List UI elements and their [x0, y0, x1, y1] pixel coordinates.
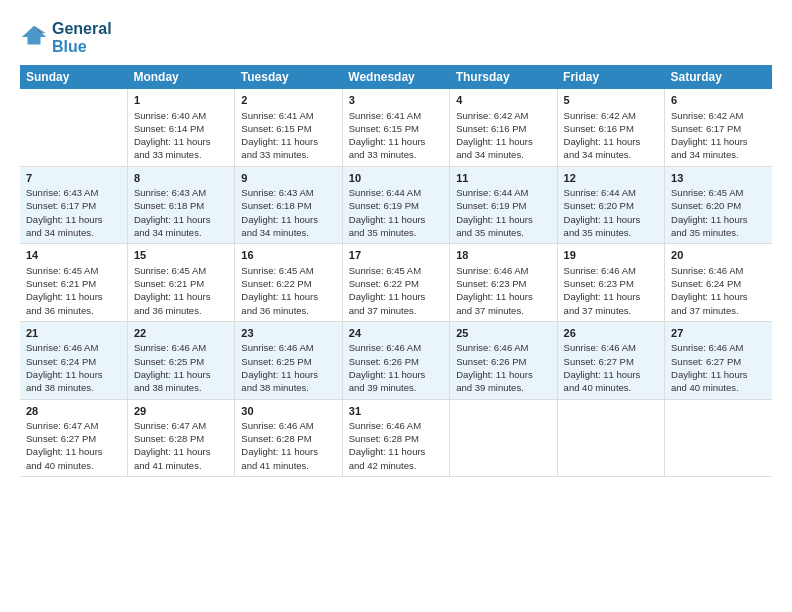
sunrise-info: Sunrise: 6:46 AM — [456, 342, 528, 353]
calendar-cell: 11 Sunrise: 6:44 AM Sunset: 6:19 PM Dayl… — [450, 166, 557, 244]
calendar-cell: 21 Sunrise: 6:46 AM Sunset: 6:24 PM Dayl… — [20, 321, 127, 399]
daylight-info: Daylight: 11 hours and 39 minutes. — [456, 369, 533, 393]
calendar-cell — [557, 399, 664, 477]
sunset-info: Sunset: 6:27 PM — [564, 356, 634, 367]
sunrise-info: Sunrise: 6:41 AM — [241, 110, 313, 121]
calendar-week-3: 14 Sunrise: 6:45 AM Sunset: 6:21 PM Dayl… — [20, 244, 772, 322]
sunrise-info: Sunrise: 6:46 AM — [564, 265, 636, 276]
calendar-week-4: 21 Sunrise: 6:46 AM Sunset: 6:24 PM Dayl… — [20, 321, 772, 399]
daylight-info: Daylight: 11 hours and 42 minutes. — [349, 446, 426, 470]
sunrise-info: Sunrise: 6:42 AM — [671, 110, 743, 121]
col-header-tuesday: Tuesday — [235, 65, 342, 89]
day-number: 9 — [241, 171, 335, 186]
calendar-cell: 31 Sunrise: 6:46 AM Sunset: 6:28 PM Dayl… — [342, 399, 449, 477]
daylight-info: Daylight: 11 hours and 34 minutes. — [671, 136, 748, 160]
calendar-cell — [20, 89, 127, 166]
daylight-info: Daylight: 11 hours and 38 minutes. — [241, 369, 318, 393]
calendar-cell: 28 Sunrise: 6:47 AM Sunset: 6:27 PM Dayl… — [20, 399, 127, 477]
sunset-info: Sunset: 6:21 PM — [134, 278, 204, 289]
sunset-info: Sunset: 6:19 PM — [349, 200, 419, 211]
calendar-cell: 20 Sunrise: 6:46 AM Sunset: 6:24 PM Dayl… — [665, 244, 772, 322]
day-number: 22 — [134, 326, 228, 341]
day-number: 13 — [671, 171, 766, 186]
calendar-cell: 15 Sunrise: 6:45 AM Sunset: 6:21 PM Dayl… — [127, 244, 234, 322]
logo-text-line2: Blue — [52, 38, 112, 56]
calendar-cell: 25 Sunrise: 6:46 AM Sunset: 6:26 PM Dayl… — [450, 321, 557, 399]
calendar-cell: 14 Sunrise: 6:45 AM Sunset: 6:21 PM Dayl… — [20, 244, 127, 322]
calendar-cell: 23 Sunrise: 6:46 AM Sunset: 6:25 PM Dayl… — [235, 321, 342, 399]
day-number: 2 — [241, 93, 335, 108]
calendar-cell: 18 Sunrise: 6:46 AM Sunset: 6:23 PM Dayl… — [450, 244, 557, 322]
sunset-info: Sunset: 6:16 PM — [564, 123, 634, 134]
sunset-info: Sunset: 6:24 PM — [26, 356, 96, 367]
sunset-info: Sunset: 6:15 PM — [349, 123, 419, 134]
calendar-week-2: 7 Sunrise: 6:43 AM Sunset: 6:17 PM Dayli… — [20, 166, 772, 244]
day-number: 12 — [564, 171, 658, 186]
sunset-info: Sunset: 6:24 PM — [671, 278, 741, 289]
col-header-monday: Monday — [127, 65, 234, 89]
calendar-cell: 4 Sunrise: 6:42 AM Sunset: 6:16 PM Dayli… — [450, 89, 557, 166]
sunrise-info: Sunrise: 6:42 AM — [564, 110, 636, 121]
daylight-info: Daylight: 11 hours and 41 minutes. — [241, 446, 318, 470]
sunset-info: Sunset: 6:27 PM — [671, 356, 741, 367]
daylight-info: Daylight: 11 hours and 34 minutes. — [456, 136, 533, 160]
calendar-cell: 5 Sunrise: 6:42 AM Sunset: 6:16 PM Dayli… — [557, 89, 664, 166]
sunrise-info: Sunrise: 6:44 AM — [456, 187, 528, 198]
calendar-cell: 27 Sunrise: 6:46 AM Sunset: 6:27 PM Dayl… — [665, 321, 772, 399]
daylight-info: Daylight: 11 hours and 34 minutes. — [241, 214, 318, 238]
day-number: 11 — [456, 171, 550, 186]
sunset-info: Sunset: 6:16 PM — [456, 123, 526, 134]
calendar-cell: 7 Sunrise: 6:43 AM Sunset: 6:17 PM Dayli… — [20, 166, 127, 244]
sunset-info: Sunset: 6:20 PM — [564, 200, 634, 211]
daylight-info: Daylight: 11 hours and 40 minutes. — [26, 446, 103, 470]
calendar-cell — [450, 399, 557, 477]
col-header-saturday: Saturday — [665, 65, 772, 89]
sunset-info: Sunset: 6:26 PM — [349, 356, 419, 367]
sunrise-info: Sunrise: 6:43 AM — [134, 187, 206, 198]
sunrise-info: Sunrise: 6:45 AM — [134, 265, 206, 276]
day-number: 17 — [349, 248, 443, 263]
day-number: 8 — [134, 171, 228, 186]
sunset-info: Sunset: 6:23 PM — [456, 278, 526, 289]
sunrise-info: Sunrise: 6:44 AM — [564, 187, 636, 198]
sunrise-info: Sunrise: 6:43 AM — [241, 187, 313, 198]
col-header-friday: Friday — [557, 65, 664, 89]
calendar-week-5: 28 Sunrise: 6:47 AM Sunset: 6:27 PM Dayl… — [20, 399, 772, 477]
daylight-info: Daylight: 11 hours and 35 minutes. — [671, 214, 748, 238]
daylight-info: Daylight: 11 hours and 35 minutes. — [564, 214, 641, 238]
day-number: 16 — [241, 248, 335, 263]
sunrise-info: Sunrise: 6:46 AM — [349, 342, 421, 353]
calendar-cell: 16 Sunrise: 6:45 AM Sunset: 6:22 PM Dayl… — [235, 244, 342, 322]
daylight-info: Daylight: 11 hours and 37 minutes. — [671, 291, 748, 315]
calendar-cell — [665, 399, 772, 477]
daylight-info: Daylight: 11 hours and 37 minutes. — [456, 291, 533, 315]
header: General Blue — [20, 20, 772, 55]
calendar-cell: 29 Sunrise: 6:47 AM Sunset: 6:28 PM Dayl… — [127, 399, 234, 477]
daylight-info: Daylight: 11 hours and 37 minutes. — [349, 291, 426, 315]
sunrise-info: Sunrise: 6:42 AM — [456, 110, 528, 121]
day-number: 28 — [26, 404, 121, 419]
daylight-info: Daylight: 11 hours and 35 minutes. — [349, 214, 426, 238]
calendar-cell: 17 Sunrise: 6:45 AM Sunset: 6:22 PM Dayl… — [342, 244, 449, 322]
calendar-cell: 6 Sunrise: 6:42 AM Sunset: 6:17 PM Dayli… — [665, 89, 772, 166]
day-number: 19 — [564, 248, 658, 263]
daylight-info: Daylight: 11 hours and 40 minutes. — [564, 369, 641, 393]
logo-icon — [20, 24, 48, 52]
daylight-info: Daylight: 11 hours and 34 minutes. — [134, 214, 211, 238]
day-number: 1 — [134, 93, 228, 108]
sunrise-info: Sunrise: 6:45 AM — [241, 265, 313, 276]
daylight-info: Daylight: 11 hours and 36 minutes. — [26, 291, 103, 315]
day-number: 30 — [241, 404, 335, 419]
sunrise-info: Sunrise: 6:46 AM — [241, 420, 313, 431]
calendar-cell: 1 Sunrise: 6:40 AM Sunset: 6:14 PM Dayli… — [127, 89, 234, 166]
logo-text-line1: General — [52, 20, 112, 38]
sunset-info: Sunset: 6:15 PM — [241, 123, 311, 134]
sunset-info: Sunset: 6:14 PM — [134, 123, 204, 134]
col-header-wednesday: Wednesday — [342, 65, 449, 89]
calendar-cell: 30 Sunrise: 6:46 AM Sunset: 6:28 PM Dayl… — [235, 399, 342, 477]
day-number: 27 — [671, 326, 766, 341]
sunset-info: Sunset: 6:18 PM — [134, 200, 204, 211]
daylight-info: Daylight: 11 hours and 35 minutes. — [456, 214, 533, 238]
daylight-info: Daylight: 11 hours and 34 minutes. — [564, 136, 641, 160]
daylight-info: Daylight: 11 hours and 38 minutes. — [134, 369, 211, 393]
